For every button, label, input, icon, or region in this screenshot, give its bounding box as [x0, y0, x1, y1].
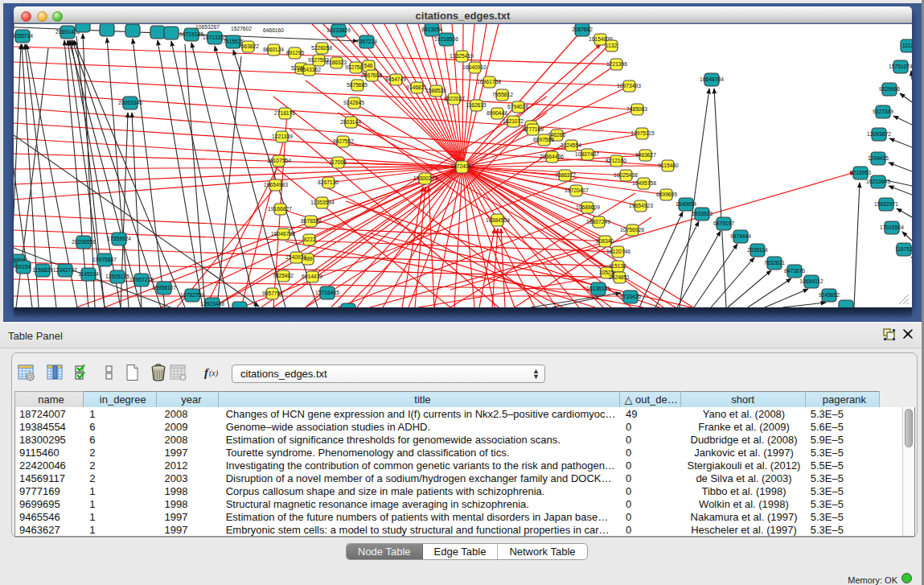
svg-text:1621072: 1621072 — [503, 118, 524, 124]
svg-text:10973493: 10973493 — [617, 83, 641, 89]
svg-text:6879197: 6879197 — [713, 220, 734, 226]
svg-text:546: 546 — [363, 63, 372, 68]
svg-text:10719185: 10719185 — [179, 31, 203, 37]
svg-text:10033809: 10033809 — [326, 27, 351, 33]
svg-text:6897568: 6897568 — [533, 137, 554, 142]
svg-text:16046738: 16046738 — [271, 231, 295, 237]
svg-text:6466160: 6466160 — [263, 27, 284, 33]
svg-text:115132: 115132 — [609, 263, 626, 269]
svg-text:16543362: 16543362 — [297, 67, 321, 72]
svg-text:1527602: 1527602 — [231, 26, 252, 31]
svg-text:1733426: 1733426 — [620, 294, 641, 299]
svg-text:17957275: 17957275 — [129, 277, 154, 282]
svg-text:1588520: 1588520 — [425, 88, 446, 93]
svg-text:9777169: 9777169 — [523, 126, 544, 132]
svg-text:7663822: 7663822 — [238, 43, 259, 49]
svg-text:8222: 8222 — [304, 237, 316, 242]
svg-text:12975115: 12975115 — [630, 130, 655, 136]
svg-text:8267130: 8267130 — [318, 179, 339, 185]
svg-text:16107554: 16107554 — [267, 158, 291, 163]
svg-text:18724007: 18724007 — [450, 163, 474, 169]
svg-text:16136141: 16136141 — [586, 286, 610, 291]
svg-text:2087682: 2087682 — [572, 27, 593, 32]
svg-text:8322037: 8322037 — [444, 96, 465, 101]
svg-text:12093872: 12093872 — [867, 131, 891, 137]
svg-text:10653267: 10653267 — [195, 24, 220, 30]
svg-text:7357224: 7357224 — [356, 39, 377, 44]
svg-text:1156829: 1156829 — [32, 267, 53, 273]
svg-text:2667608: 2667608 — [361, 72, 382, 78]
svg-text:1540934: 1540934 — [285, 254, 306, 260]
svg-text:9115460: 9115460 — [658, 163, 679, 168]
svg-text:8212160: 8212160 — [606, 158, 626, 163]
svg-text:10654112: 10654112 — [799, 278, 823, 284]
svg-text:15751074: 15751074 — [889, 64, 912, 69]
svg-text:20206556: 20206556 — [72, 239, 96, 245]
svg-text:8186323: 8186323 — [326, 60, 347, 65]
svg-text:8660124: 8660124 — [263, 47, 284, 52]
svg-text:(x): (x) — [209, 369, 219, 378]
svg-text:8990448: 8990448 — [487, 110, 507, 116]
svg-text:20364436: 20364436 — [540, 154, 564, 159]
svg-text:10756928: 10756928 — [620, 227, 644, 233]
svg-text:8471676: 8471676 — [784, 268, 805, 274]
svg-text:12505135: 12505135 — [105, 274, 129, 279]
svg-text:17359924: 17359924 — [107, 236, 131, 241]
svg-text:18807249: 18807249 — [586, 219, 610, 225]
svg-text:16120746: 16120746 — [606, 249, 630, 254]
svg-text:7485063: 7485063 — [626, 106, 647, 112]
svg-text:15720407: 15720407 — [565, 187, 589, 193]
svg-text:19384554: 19384554 — [486, 217, 510, 223]
svg-text:20053346: 20053346 — [118, 100, 142, 105]
svg-text:10688609: 10688609 — [576, 204, 600, 210]
svg-text:5226058: 5226058 — [311, 45, 332, 51]
svg-text:6914479: 6914479 — [302, 274, 322, 279]
svg-text:17016504: 17016504 — [880, 225, 904, 230]
svg-text:9474444: 9474444 — [730, 233, 751, 239]
svg-text:5933923: 5933923 — [692, 211, 713, 216]
svg-text:908340: 908340 — [596, 238, 614, 244]
svg-text:7955812: 7955812 — [492, 92, 513, 97]
svg-text:1112: 1112 — [902, 43, 912, 48]
svg-text:11353594: 11353594 — [310, 200, 335, 205]
svg-text:9227349: 9227349 — [873, 109, 893, 114]
svg-text:10958107: 10958107 — [152, 285, 176, 290]
svg-text:19975887: 19975887 — [92, 257, 117, 262]
svg-text:15495758: 15495758 — [632, 180, 656, 186]
svg-text:19654923: 19654923 — [629, 203, 653, 208]
svg-text:1244415: 1244415 — [868, 155, 889, 161]
svg-text:1221396: 1221396 — [606, 61, 627, 67]
svg-text:6899695: 6899695 — [656, 192, 677, 197]
svg-text:16648784: 16648784 — [700, 76, 724, 82]
svg-text:1162615: 1162615 — [466, 102, 487, 108]
svg-text:9242845: 9242845 — [343, 100, 364, 105]
svg-text:16782759: 16782759 — [180, 292, 204, 298]
svg-text:7625402: 7625402 — [273, 273, 294, 278]
svg-text:1221339: 1221339 — [272, 134, 293, 139]
svg-text:2935114: 2935114 — [747, 247, 768, 253]
svg-text:4055714: 4055714 — [14, 33, 33, 39]
svg-text:8813054: 8813054 — [421, 27, 442, 32]
svg-text:891295: 891295 — [286, 50, 305, 56]
svg-text:16640910: 16640910 — [462, 64, 487, 70]
svg-text:15692971: 15692971 — [874, 201, 898, 207]
svg-text:13325419: 13325419 — [450, 53, 474, 59]
svg-text:5875685: 5875685 — [347, 82, 368, 88]
svg-text:1640954: 1640954 — [676, 201, 696, 207]
svg-text:9146821: 9146821 — [406, 84, 427, 90]
svg-text:117006: 117006 — [329, 159, 347, 165]
svg-text:6794028: 6794028 — [507, 104, 528, 109]
svg-text:19166827: 19166827 — [268, 206, 292, 212]
svg-text:3024554: 3024554 — [561, 142, 581, 148]
svg-text:16210643: 16210643 — [866, 179, 890, 184]
svg-text:12342737: 12342737 — [53, 267, 77, 273]
svg-text:8454749: 8454749 — [385, 76, 406, 82]
svg-text:16961758: 16961758 — [477, 79, 501, 84]
svg-text:9857791: 9857791 — [262, 290, 283, 296]
svg-text:10025438: 10025438 — [614, 172, 638, 178]
svg-text:7386372: 7386372 — [555, 172, 576, 178]
svg-text:7632621: 7632621 — [764, 260, 785, 266]
svg-text:19654983: 19654983 — [264, 182, 288, 187]
svg-text:8215953: 8215953 — [850, 170, 871, 175]
svg-text:9463627: 9463627 — [635, 152, 656, 158]
